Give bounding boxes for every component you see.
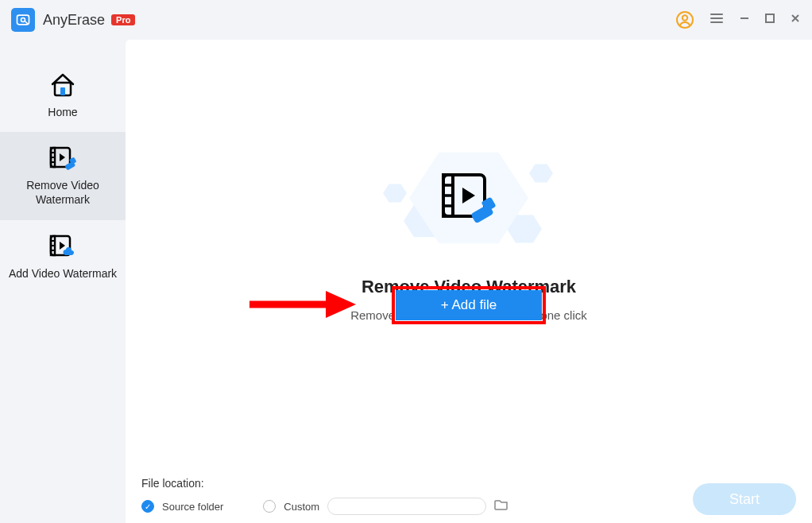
svg-rect-6 — [60, 87, 65, 95]
remove-video-watermark-icon — [47, 145, 79, 172]
sidebar-item-home[interactable]: Home — [0, 59, 126, 132]
sidebar-item-label: Add Video Watermark — [9, 266, 117, 281]
minimize-icon[interactable] — [739, 13, 750, 27]
custom-label: Custom — [284, 501, 319, 513]
folder-icon[interactable] — [494, 498, 508, 514]
custom-path-input[interactable] — [327, 498, 486, 515]
add-file-button[interactable]: + Add file — [396, 290, 542, 320]
svg-rect-4 — [766, 14, 774, 22]
video-eraser-icon — [437, 170, 501, 226]
custom-radio[interactable] — [263, 500, 276, 513]
app-logo-icon — [11, 8, 35, 32]
home-icon — [48, 72, 78, 99]
sidebar: Home Remove Video Watermark — [0, 40, 126, 523]
hero-illustration — [373, 127, 564, 270]
main-panel: Remove Video Watermark Remove watermark … — [126, 40, 812, 523]
svg-point-1 — [21, 18, 25, 22]
add-file-highlight: + Add file — [392, 286, 546, 324]
start-button[interactable]: Start — [693, 483, 796, 515]
source-folder-label: Source folder — [162, 501, 223, 513]
source-folder-radio[interactable] — [141, 500, 154, 513]
pro-badge: Pro — [111, 14, 135, 25]
menu-icon[interactable] — [709, 10, 725, 29]
sidebar-item-label: Remove Video Watermark — [0, 178, 126, 207]
sidebar-item-label: Home — [48, 105, 77, 119]
svg-point-3 — [682, 15, 687, 20]
maximize-icon[interactable] — [764, 13, 775, 27]
annotation-arrow-icon — [246, 288, 358, 321]
titlebar: AnyErase Pro — [0, 0, 812, 40]
profile-icon[interactable] — [675, 10, 694, 29]
sidebar-item-remove-video-watermark[interactable]: Remove Video Watermark — [0, 132, 126, 219]
sidebar-item-add-video-watermark[interactable]: Add Video Watermark — [0, 220, 126, 293]
add-video-watermark-icon — [47, 233, 79, 260]
close-icon[interactable] — [790, 13, 801, 27]
app-name: AnyErase — [43, 12, 105, 29]
